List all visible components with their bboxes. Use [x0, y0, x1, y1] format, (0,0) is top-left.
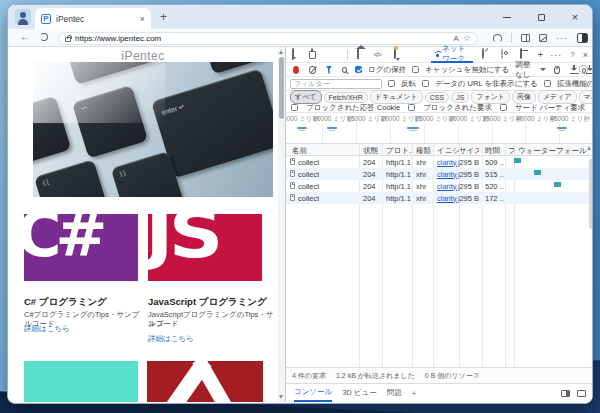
add-tab-button[interactable]: +: [537, 49, 543, 60]
drawer-dock-icon[interactable]: [561, 390, 570, 397]
profile-avatar[interactable]: [15, 9, 31, 25]
drawer-tab-issues[interactable]: 問題: [387, 384, 402, 402]
col-status[interactable]: 状態: [363, 146, 378, 156]
import-har-icon[interactable]: [570, 65, 577, 74]
browser-tab-ipentec[interactable]: P iPentec ×: [35, 8, 151, 29]
drawer-add-tab[interactable]: +: [412, 384, 416, 402]
record-icon[interactable]: [293, 66, 299, 74]
chip-js[interactable]: JS: [451, 92, 469, 103]
tab-elements-icon[interactable]: </>: [374, 49, 386, 61]
tile-partial-teal[interactable]: [24, 361, 138, 402]
col-protocol[interactable]: プロト...: [386, 146, 414, 156]
blocked-requests-label[interactable]: ブロックされた要求: [423, 103, 492, 113]
cell-initiator-link[interactable]: clarity.js:2: [437, 182, 460, 191]
filter-funnel-icon[interactable]: [326, 66, 332, 74]
network-conditions-icon[interactable]: [554, 66, 561, 74]
scroll-down-icon[interactable]: [279, 395, 283, 399]
requests-table-header[interactable]: 名前 状態 プロト... 種類 イニシエ... サイズ 時間 フ ウォーターフォ…: [286, 144, 593, 156]
cell-name[interactable]: collect: [298, 158, 319, 167]
network-overview-timeline[interactable]: 5000 ミリ秒 10000 ミリ秒 15000 ミリ秒 20000 ミリ秒 2…: [286, 113, 593, 144]
devtools-more-icon[interactable]: ···: [550, 50, 562, 60]
copilot-icon[interactable]: [493, 34, 502, 43]
col-time[interactable]: 時間: [485, 146, 504, 156]
back-button[interactable]: ←: [20, 31, 30, 42]
sort-arrow-icon[interactable]: [587, 146, 591, 150]
browser-essentials-icon[interactable]: [577, 33, 588, 43]
device-toolbar-icon[interactable]: [309, 49, 321, 61]
more-menu-icon[interactable]: ···: [556, 33, 568, 43]
tab-performance-icon[interactable]: [480, 49, 492, 61]
blocked-cookies-checkbox[interactable]: [291, 104, 298, 111]
filter-input[interactable]: [290, 79, 382, 89]
request-row[interactable]: collect 204 http/1.1 xhr clarity.js:2 29…: [286, 156, 593, 168]
reload-button[interactable]: [40, 33, 48, 41]
chip-fetch-xhr[interactable]: Fetch/XHR: [324, 92, 368, 103]
preserve-log-checkbox[interactable]: [355, 66, 362, 73]
csharp-logo-text: C#: [24, 214, 101, 271]
preserve-log-label[interactable]: ログの保持: [368, 65, 406, 75]
favorite-star-icon[interactable]: ☆: [463, 33, 471, 43]
drawer-tab-console[interactable]: コンソール: [294, 384, 332, 402]
devtools-scrollbar-thumb[interactable]: [589, 159, 593, 229]
chip-css[interactable]: CSS: [425, 92, 449, 103]
invert-checkbox[interactable]: [388, 80, 395, 87]
blocked-cookies-label[interactable]: ブロックされた応答 Cookie: [306, 103, 400, 113]
page-scrollbar-thumb[interactable]: [279, 57, 284, 119]
url-text[interactable]: https://www.ipentec.com: [75, 34, 450, 43]
tab-welcome-icon[interactable]: [355, 49, 367, 61]
tab-close-icon[interactable]: ×: [140, 14, 145, 24]
cell-initiator-link[interactable]: clarity.js:2: [437, 194, 460, 203]
inspect-icon[interactable]: [290, 49, 302, 61]
collections-icon[interactable]: [539, 34, 547, 42]
focus-mode-icon[interactable]: [328, 49, 340, 61]
disable-cache-label[interactable]: キャッシュを無効にする: [425, 65, 509, 75]
js-details-link[interactable]: 詳細はこちら: [148, 334, 194, 344]
new-tab-button[interactable]: +: [160, 10, 167, 24]
tab-sources-icon[interactable]: [412, 49, 424, 61]
hide-data-urls-checkbox[interactable]: [422, 80, 429, 87]
third-party-checkbox[interactable]: [500, 104, 507, 111]
third-party-label[interactable]: サード パーティ要求: [515, 103, 585, 113]
tile-partial-red[interactable]: [147, 361, 263, 402]
network-settings-gear-icon[interactable]: [579, 65, 588, 74]
search-icon[interactable]: [342, 67, 347, 73]
request-row[interactable]: collect 204 http/1.1 xhr clarity.js:2 29…: [286, 192, 593, 204]
address-bar[interactable]: https://www.ipentec.com A ☆: [58, 32, 478, 45]
tile-csharp-logo[interactable]: C#: [24, 214, 138, 281]
request-row[interactable]: collect 204 http/1.1 xhr clarity.js:2 29…: [286, 180, 593, 192]
clear-icon[interactable]: [309, 66, 316, 74]
devtools-close-icon[interactable]: ×: [583, 50, 588, 60]
hide-ext-urls-checkbox[interactable]: [544, 80, 551, 87]
disable-cache-checkbox[interactable]: [412, 66, 419, 73]
tab-console-icon[interactable]: [393, 49, 405, 61]
window-minimize-button[interactable]: [490, 5, 524, 29]
drawer-expand-icon[interactable]: [577, 390, 586, 397]
split-screen-icon[interactable]: [521, 34, 530, 42]
scroll-up-icon[interactable]: [279, 50, 283, 54]
window-close-button[interactable]: ×: [558, 5, 592, 29]
col-waterfall[interactable]: ウォーターフォール: [518, 146, 587, 156]
hide-ext-urls-label[interactable]: 拡張機能の URL を非表示にする: [557, 79, 593, 89]
cell-name[interactable]: collect: [298, 194, 319, 203]
tile-javascript-logo[interactable]: JS: [148, 214, 262, 281]
cell-initiator-link[interactable]: clarity.js:2: [437, 170, 460, 179]
col-type[interactable]: 種類: [416, 146, 431, 156]
col-name[interactable]: 名前: [292, 146, 307, 156]
devtools-help-icon[interactable]: ?: [570, 50, 574, 59]
tab-network[interactable]: ネットワーク: [431, 47, 474, 63]
read-aloud-icon[interactable]: A: [454, 34, 459, 43]
hide-data-urls-label[interactable]: データの URL を非表示にする: [435, 79, 538, 89]
request-row[interactable]: collect 204 http/1.1 xhr clarity.js:2 29…: [286, 168, 593, 180]
col-size[interactable]: サイズ: [459, 146, 479, 156]
blocked-requests-checkbox[interactable]: [408, 104, 415, 111]
cell-name[interactable]: collect: [298, 182, 319, 191]
page-scrollbar[interactable]: [278, 47, 285, 402]
invert-label[interactable]: 反転: [401, 79, 416, 89]
cell-name[interactable]: collect: [298, 170, 319, 179]
tab-memory-icon[interactable]: [499, 49, 511, 61]
cell-initiator-link[interactable]: clarity.js:2: [437, 158, 460, 167]
drawer-tab-3dview[interactable]: 3D ビュー: [342, 384, 377, 402]
window-maximize-button[interactable]: [524, 5, 558, 29]
csharp-details-link[interactable]: 詳細はこちら: [24, 324, 70, 334]
col-initiator[interactable]: イニシエ...: [437, 146, 460, 156]
